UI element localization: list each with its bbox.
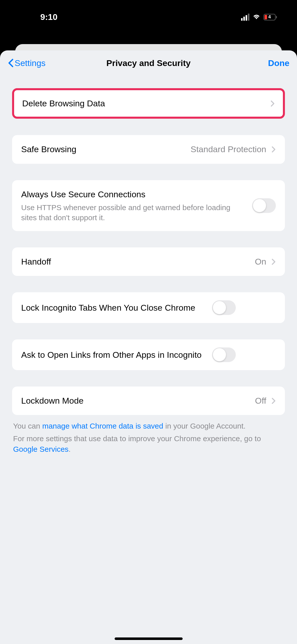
back-button[interactable]: Settings: [8, 58, 46, 68]
footer-text-1: You can manage what Chrome data is saved…: [12, 421, 285, 431]
modal-sheet: Settings Privacy and Security Done Delet…: [0, 50, 297, 644]
cell-description: Use HTTPS whenever possible and get warn…: [21, 203, 247, 223]
cell-label: Safe Browsing: [21, 143, 190, 155]
cell-value: Standard Protection: [190, 144, 266, 154]
battery-icon: 4: [263, 14, 277, 20]
cell-label: Lockdown Mode: [21, 395, 255, 407]
cell-label: Always Use Secure Connections: [21, 188, 247, 201]
ask-open-links-row: Ask to Open Links from Other Apps in Inc…: [12, 339, 285, 370]
done-button[interactable]: Done: [268, 58, 289, 68]
content-scroll[interactable]: Delete Browsing Data Safe Browsing Stand…: [0, 76, 297, 644]
status-icons: 4: [241, 14, 282, 21]
wifi-icon: [252, 14, 260, 20]
manage-data-link[interactable]: manage what Chrome data is saved: [42, 422, 163, 430]
chevron-right-icon: [271, 146, 276, 153]
back-label: Settings: [15, 58, 46, 68]
footer-text-2: For more settings that use data to impro…: [12, 433, 285, 455]
cell-label: Lock Incognito Tabs When You Close Chrom…: [21, 302, 212, 314]
page-title: Privacy and Security: [106, 58, 191, 68]
status-bar: 9:10 4: [0, 0, 297, 44]
secure-connections-toggle[interactable]: [252, 198, 276, 213]
cell-value: On: [255, 257, 266, 267]
safe-browsing-row[interactable]: Safe Browsing Standard Protection: [12, 135, 285, 164]
chevron-right-icon: [271, 397, 276, 404]
status-time: 9:10: [15, 12, 57, 22]
chevron-right-icon: [270, 100, 275, 107]
lock-incognito-row: Lock Incognito Tabs When You Close Chrom…: [12, 292, 285, 323]
delete-browsing-data-row[interactable]: Delete Browsing Data: [12, 88, 285, 119]
ask-open-links-toggle[interactable]: [212, 347, 236, 362]
cell-label: Handoff: [21, 255, 255, 268]
cell-label: Ask to Open Links from Other Apps in Inc…: [21, 349, 212, 361]
chevron-left-icon: [8, 58, 14, 68]
nav-bar: Settings Privacy and Security Done: [0, 50, 297, 76]
home-indicator[interactable]: [115, 637, 183, 640]
chevron-right-icon: [271, 258, 276, 265]
cell-value: Off: [255, 396, 266, 406]
cellular-signal-icon: [241, 14, 249, 21]
cell-label: Delete Browsing Data: [22, 97, 270, 110]
secure-connections-row: Always Use Secure Connections Use HTTPS …: [12, 180, 285, 231]
lock-incognito-toggle[interactable]: [212, 300, 236, 315]
lockdown-mode-row[interactable]: Lockdown Mode Off: [12, 387, 285, 415]
google-services-link[interactable]: Google Services: [13, 445, 69, 453]
handoff-row[interactable]: Handoff On: [12, 247, 285, 276]
